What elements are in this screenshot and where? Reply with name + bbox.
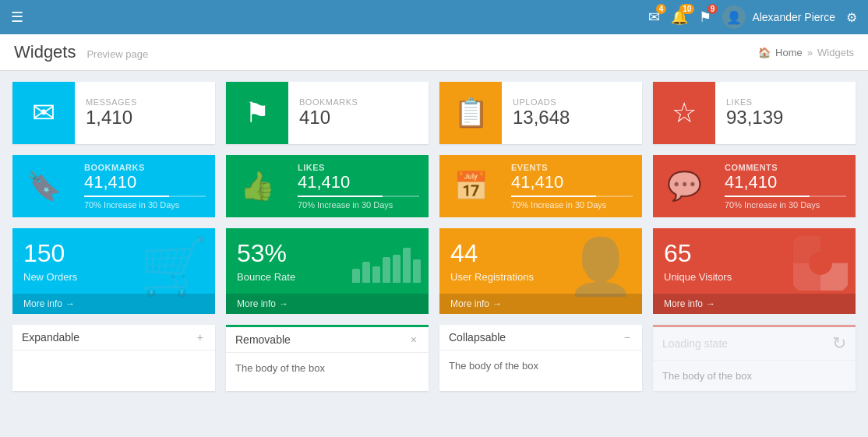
comments-bar	[725, 196, 846, 197]
notifications-nav-button[interactable]: 🔔 10	[671, 9, 688, 26]
comment-icon: 💬	[667, 170, 702, 203]
events-bar	[511, 196, 633, 197]
breadcrumb-separator: »	[807, 47, 813, 58]
collapsable-title: Collapsable	[449, 331, 506, 344]
bounce-chart	[352, 236, 421, 283]
envelope-stat-icon: ✉	[32, 97, 55, 129]
bookmarks2-bar-fill	[84, 196, 169, 197]
bookmarks-icon-area: ⚑	[226, 82, 288, 144]
calendar-icon: 📅	[453, 170, 489, 203]
visitors-footer[interactable]: More info →	[653, 294, 856, 314]
stat-cards-row: ✉ MESSAGES 1,410 ⚑ BOOKMARKS 410 📋 UPLOA…	[12, 82, 856, 144]
comments-value: 41,410	[725, 172, 846, 192]
removable-title: Removable	[235, 333, 291, 346]
comments-progress-card: 💬 COMMENTS 41,410 70% Increase in 30 Day…	[653, 155, 856, 217]
messages-icon-area: ✉	[12, 82, 75, 144]
removable-tools: ×	[408, 333, 419, 346]
comments-icon-area: 💬	[653, 155, 715, 217]
likes2-sub: 70% Increase in 30 Days	[298, 200, 419, 210]
messages-nav-button[interactable]: ✉ 4	[648, 9, 660, 26]
flags-nav-button[interactable]: ⚑ 9	[699, 9, 711, 26]
uploads-stat-card: 📋 UPLOADS 13,648	[439, 82, 642, 144]
uploads-icon-area: 📋	[439, 82, 502, 144]
page-title: Widgets	[14, 42, 76, 62]
bounce-info-box: 53% Bounce Rate More info →	[226, 228, 429, 314]
loading-header: Loading state ↻	[653, 327, 856, 361]
loading-title: Loading state	[662, 337, 728, 350]
expandable-expand-button[interactable]: +	[195, 331, 206, 344]
collapsable-collapse-button[interactable]: −	[622, 331, 633, 344]
hamburger-button[interactable]: ☰	[11, 9, 23, 26]
user-name: Alexander Pierce	[752, 11, 835, 23]
expandable-title: Expandable	[22, 331, 79, 344]
reg-arrow-icon: →	[492, 298, 502, 309]
uploads-value: 13,648	[513, 107, 570, 129]
removable-box: Removable × The body of the box	[226, 325, 429, 391]
events-bar-fill	[511, 196, 596, 197]
bookmarks-stat-body: BOOKMARKS 410	[288, 82, 369, 144]
likes2-value: 41,410	[298, 172, 419, 192]
messages-badge: 4	[656, 4, 667, 14]
bounce-footer[interactable]: More info →	[226, 294, 429, 314]
likes-icon-area: ☆	[653, 82, 715, 144]
visitors-info-box: 65 Unique Visitors More info →	[653, 228, 856, 314]
box-widgets-row: Expandable + Removable × The body of the…	[12, 325, 856, 391]
loading-body: The body of the box	[653, 361, 856, 391]
flag-stat-icon: ⚑	[245, 97, 270, 129]
orders-footer-text: More info	[23, 298, 62, 309]
thumbsup-icon: 👍	[240, 170, 275, 203]
bar-1	[352, 269, 360, 283]
likes-label: LIKES	[726, 97, 783, 107]
comments-body: COMMENTS 41,410 70% Increase in 30 Days	[715, 155, 856, 217]
events-body: EVENTS 41,410 70% Increase in 30 Days	[502, 155, 642, 217]
expandable-header: Expandable +	[12, 325, 215, 351]
likes2-bar	[298, 196, 419, 197]
comments-sub: 70% Increase in 30 Days	[725, 200, 846, 210]
bookmark2-icon-area: 🔖	[12, 155, 75, 217]
breadcrumb-home-icon: 🏠	[758, 47, 771, 58]
bookmarks2-value: 41,410	[84, 172, 206, 192]
events-value: 41,410	[511, 172, 633, 192]
removable-body: The body of the box	[226, 353, 429, 383]
upload-stat-icon: 📋	[453, 97, 489, 129]
likes2-icon-area: 👍	[226, 155, 288, 217]
events-icon-area: 📅	[439, 155, 502, 217]
events-sub: 70% Increase in 30 Days	[511, 200, 633, 210]
likes2-bar-fill	[298, 196, 383, 197]
comments-label: COMMENTS	[725, 163, 846, 172]
messages-value: 1,410	[86, 107, 137, 129]
bookmarks2-bar	[84, 196, 206, 197]
breadcrumb-home-link[interactable]: Home	[775, 47, 803, 58]
likes2-label: LIKES	[298, 163, 419, 172]
arrow-right-icon: →	[65, 298, 75, 309]
info-boxes-row: 150 New Orders 🛒 More info → 53% Bounce …	[12, 228, 856, 314]
bar-7	[413, 259, 421, 283]
gear-icon[interactable]: ⚙	[846, 10, 857, 25]
messages-stat-body: MESSAGES 1,410	[75, 82, 148, 144]
breadcrumb: 🏠 Home » Widgets	[758, 47, 854, 58]
bookmarks-stat-card: ⚑ BOOKMARKS 410	[226, 82, 429, 144]
likes-stat-card: ☆ LIKES 93,139	[653, 82, 856, 144]
flags-badge: 9	[707, 4, 718, 14]
breadcrumb-current: Widgets	[817, 47, 854, 58]
bounce-arrow-icon: →	[279, 298, 288, 309]
refresh-icon: ↻	[832, 333, 846, 354]
loading-tools: ↻	[832, 333, 846, 354]
bar-3	[372, 266, 380, 283]
page-subtitle: Preview page	[86, 48, 148, 60]
bar-4	[383, 257, 390, 283]
likes2-progress-card: 👍 LIKES 41,410 70% Increase in 30 Days	[226, 155, 429, 217]
removable-close-button[interactable]: ×	[408, 333, 419, 346]
bookmarks-label: BOOKMARKS	[299, 97, 358, 107]
page-header: Widgets Preview page 🏠 Home » Widgets	[0, 34, 868, 71]
likes2-body: LIKES 41,410 70% Increase in 30 Days	[288, 155, 429, 217]
likes-stat-body: LIKES 93,139	[715, 82, 794, 144]
avatar: 👤	[722, 5, 746, 29]
bounce-footer-text: More info	[237, 298, 276, 309]
likes-value: 93,139	[726, 107, 783, 129]
collapsable-header: Collapsable −	[439, 325, 642, 351]
user-menu[interactable]: 👤 Alexander Pierce	[722, 5, 835, 29]
bar-5	[393, 255, 400, 283]
bookmarks2-body: BOOKMARKS 41,410 70% Increase in 30 Days	[75, 155, 215, 217]
expandable-tools: +	[195, 331, 206, 344]
